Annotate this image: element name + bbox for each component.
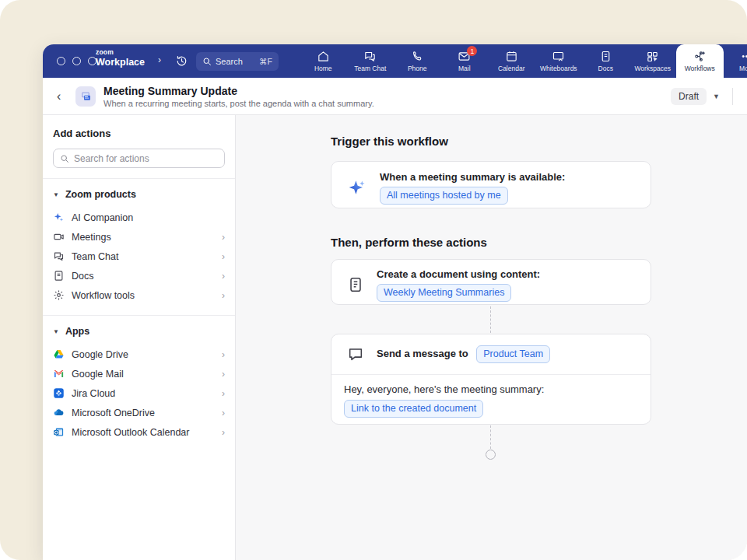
- message-body-section[interactable]: Hey, everyone, here's the meeting summar…: [331, 374, 651, 426]
- search-icon: [202, 57, 212, 66]
- search-icon: [60, 154, 69, 163]
- chevron-right-icon: ›: [222, 232, 225, 243]
- brand-workplace: Workplace: [96, 58, 145, 68]
- sidebar-item-microsoft-outlook-calendar[interactable]: Microsoft Outlook Calendar ›: [53, 422, 225, 442]
- actions-search-input[interactable]: Search for actions: [53, 149, 225, 168]
- mail-unread-badge: 1: [467, 46, 477, 56]
- chevron-down-icon[interactable]: ▼: [713, 93, 720, 100]
- window-control-dot[interactable]: [72, 57, 81, 65]
- google-drive-icon: [53, 348, 65, 360]
- whiteboard-icon: [552, 50, 565, 63]
- add-step-endpoint-circle[interactable]: [486, 450, 496, 460]
- document-link-pill[interactable]: Link to the created document: [344, 400, 483, 418]
- action-card-create-document[interactable]: Create a document using content: Weekly …: [331, 259, 651, 305]
- nav-more[interactable]: More: [724, 44, 747, 78]
- sidebar-item-workflow-tools[interactable]: Workflow tools ›: [53, 285, 225, 305]
- search-placeholder: Search: [216, 57, 243, 66]
- sidebar-item-google-mail[interactable]: Google Mail ›: [53, 364, 225, 383]
- document-icon: [347, 276, 364, 293]
- section-apps[interactable]: ▼ Apps: [53, 326, 225, 337]
- docs-icon: [599, 50, 612, 63]
- calendar-icon: [505, 50, 518, 63]
- sidebar-item-team-chat[interactable]: Team Chat ›: [53, 247, 225, 266]
- trigger-card[interactable]: When a meeting summary is available: All…: [331, 161, 651, 208]
- nav-items: Home Team Chat Phone 1 Mail: [300, 44, 747, 78]
- actions-search-placeholder: Search for actions: [74, 153, 149, 164]
- nav-home[interactable]: Home: [300, 44, 347, 78]
- action-title: Create a document using content:: [377, 268, 540, 280]
- brand-zoom: zoom: [96, 49, 145, 56]
- chevron-right-icon: ›: [222, 388, 225, 399]
- status-badge[interactable]: Draft: [671, 88, 707, 105]
- trigger-title: When a meeting summary is available:: [380, 171, 565, 183]
- global-search-input[interactable]: Search ⌘F: [196, 52, 279, 71]
- header-divider: [732, 88, 733, 105]
- nav-phone[interactable]: Phone: [394, 44, 441, 78]
- ai-companion-sparkle-icon: [53, 212, 65, 223]
- phone-icon: [411, 50, 424, 63]
- nav-mail[interactable]: 1 Mail: [441, 44, 489, 78]
- team-chat-icon: [53, 250, 65, 262]
- message-text: Hey, everyone, here's the meeting summar…: [344, 383, 638, 395]
- nav-docs[interactable]: Docs: [582, 44, 630, 78]
- gmail-icon: [53, 368, 65, 380]
- nav-team-chat[interactable]: Team Chat: [347, 44, 395, 78]
- document-name-pill[interactable]: Weekly Meeting Summaries: [377, 284, 511, 302]
- chevron-right-icon: ›: [222, 251, 225, 262]
- top-navigation-bar: zoom Workplace › Search ⌘F Home: [43, 44, 747, 78]
- sidebar-title: Add actions: [53, 128, 225, 139]
- onedrive-icon: [53, 407, 65, 418]
- chevron-right-icon: ›: [222, 290, 225, 301]
- workspaces-icon: [646, 50, 659, 63]
- window-controls[interactable]: [57, 57, 96, 65]
- workflow-canvas: Trigger this workflow When a meeting sum…: [236, 115, 747, 560]
- search-shortcut: ⌘F: [259, 57, 272, 66]
- divider: [43, 315, 235, 316]
- back-chevron-icon[interactable]: ‹: [57, 89, 71, 103]
- chevron-right-icon: ›: [222, 349, 225, 360]
- more-icon: [740, 50, 747, 63]
- connector-dashed-line: [490, 425, 491, 449]
- chevron-right-icon: ›: [222, 408, 225, 418]
- history-clock-icon[interactable]: [175, 54, 188, 68]
- nav-workflows-active-tab[interactable]: Workflows: [676, 44, 724, 78]
- sidebar-item-ai-companion[interactable]: AI Companion: [53, 208, 225, 227]
- chevron-right-icon: ›: [222, 427, 225, 438]
- home-icon: [317, 50, 330, 63]
- workflows-icon: [693, 50, 707, 63]
- divider: [43, 178, 235, 179]
- recipient-pill[interactable]: Product Team: [476, 345, 550, 363]
- chevron-right-icon[interactable]: ›: [158, 54, 161, 65]
- nav-whiteboards[interactable]: Whiteboards: [535, 44, 583, 78]
- triangle-down-icon: ▼: [53, 191, 59, 198]
- actions-heading: Then, perform these actions: [331, 236, 487, 249]
- marketing-frame: zoom Workplace › Search ⌘F Home: [0, 0, 747, 560]
- sidebar-item-microsoft-onedrive[interactable]: Microsoft OneDrive ›: [53, 403, 225, 422]
- window-control-dot[interactable]: [57, 57, 65, 65]
- trigger-scope-pill[interactable]: All meetings hosted by me: [380, 187, 508, 205]
- team-chat-icon: [363, 50, 377, 63]
- chevron-right-icon: ›: [222, 271, 225, 282]
- gear-icon: [53, 289, 65, 301]
- nav-calendar[interactable]: Calendar: [488, 44, 535, 78]
- sidebar-item-jira-cloud[interactable]: Jira Cloud ›: [53, 383, 225, 403]
- page-title: Meeting Summary Update: [103, 85, 374, 97]
- triangle-down-icon: ▼: [53, 328, 59, 335]
- connector-dashed-line: [490, 306, 491, 333]
- zoom-workplace-logo: zoom Workplace: [96, 49, 145, 67]
- docs-icon: [53, 270, 65, 282]
- workflow-title-block: Meeting Summary Update When a recurring …: [103, 85, 374, 108]
- meetings-camera-icon: [53, 231, 65, 243]
- sidebar-item-meetings[interactable]: Meetings ›: [53, 227, 225, 247]
- sidebar-item-google-drive[interactable]: Google Drive ›: [53, 345, 225, 364]
- meeting-summary-icon: [75, 86, 96, 107]
- section-zoom-products[interactable]: ▼ Zoom products: [53, 189, 225, 200]
- app-window: zoom Workplace › Search ⌘F Home: [43, 44, 747, 560]
- jira-icon: [53, 387, 65, 399]
- add-actions-sidebar: Add actions Search for actions ▼ Zoom pr…: [43, 115, 236, 560]
- page-subtitle: When a recurring meeting starts, post th…: [103, 99, 374, 108]
- nav-workspaces[interactable]: Workspaces: [630, 44, 677, 78]
- ai-sparkle-icon: [347, 177, 367, 198]
- action-card-send-message[interactable]: Send a message to Product Team Hey, ever…: [331, 334, 651, 425]
- sidebar-item-docs[interactable]: Docs ›: [53, 266, 225, 285]
